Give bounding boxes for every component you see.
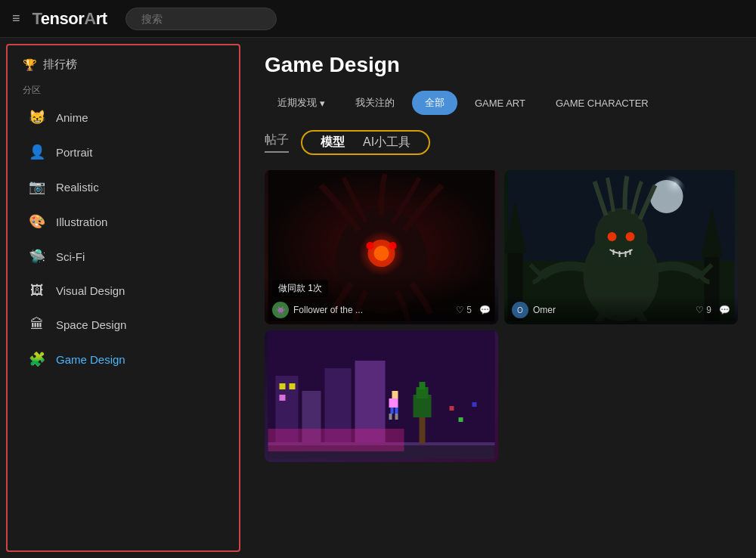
sidebar-label-space-design: Space Design — [56, 318, 126, 331]
sidebar-label-realistic: Realistic — [56, 181, 99, 194]
card-bottom-2: O Omer ♡ 9 💬 — [512, 302, 730, 318]
card-username-1: Follower of the ... — [293, 305, 363, 315]
avatar-2: O — [512, 302, 528, 318]
card-user-1: 👾 Follower of the ... — [272, 302, 363, 318]
filter-tabs: 近期发现 ▾ 我关注的 全部 GAME ART GAME CHARACTER — [265, 91, 738, 115]
svg-rect-40 — [420, 414, 426, 444]
sidebar-ranking-label: 排行榜 — [43, 57, 77, 72]
portrait-icon: 👤 — [29, 144, 45, 160]
svg-rect-31 — [280, 395, 286, 401]
like-count-2: ♡ 9 — [696, 305, 711, 315]
card-bottom-1: 👾 Follower of the ... ♡ 5 💬 — [272, 302, 491, 318]
card-badge-1: 做同款 1次 — [272, 280, 328, 297]
heart-icon-1: ♡ — [456, 305, 464, 315]
content-tabs-highlighted: 模型 AI小工具 — [301, 130, 430, 155]
svg-rect-30 — [290, 383, 296, 389]
svg-rect-36 — [389, 414, 392, 420]
card-username-2: Omer — [533, 305, 556, 315]
tab-posts[interactable]: 帖子 — [265, 132, 289, 153]
comment-icon-1: 💬 — [479, 305, 491, 315]
svg-rect-46 — [472, 402, 477, 407]
trophy-icon: 🏆 — [23, 58, 37, 72]
sidebar-label-portrait: Portrait — [56, 146, 92, 159]
svg-point-10 — [650, 180, 683, 213]
svg-rect-33 — [392, 391, 398, 398]
sidebar-label-visual-design: Visual Design — [56, 284, 125, 297]
svg-rect-34 — [391, 408, 394, 414]
sidebar-item-anime[interactable]: 😸 Anime — [14, 100, 233, 135]
svg-rect-43 — [420, 382, 426, 389]
main-layout: 🏆 排行榜 分区 😸 Anime 👤 Portrait 📷 Realistic … — [0, 38, 756, 558]
logo[interactable]: TensorArt — [33, 9, 107, 29]
avatar-1: 👾 — [272, 302, 289, 318]
comment-icon-2: 💬 — [719, 305, 730, 315]
svg-point-4 — [374, 246, 389, 261]
svg-point-17 — [608, 232, 617, 241]
sidebar-item-ranking[interactable]: 🏆 排行榜 — [8, 51, 239, 78]
sidebar-section-label: 分区 — [8, 78, 239, 100]
card-stats-1: ♡ 5 💬 — [456, 305, 491, 315]
svg-rect-45 — [459, 417, 463, 422]
sidebar-item-portrait[interactable]: 👤 Portrait — [14, 135, 233, 169]
search-input[interactable] — [125, 8, 277, 30]
content-area: Game Design 近期发现 ▾ 我关注的 全部 GAME ART GAME… — [246, 38, 756, 558]
menu-icon[interactable]: ≡ — [12, 11, 20, 26]
sidebar-label-illustration: Illustration — [56, 215, 107, 228]
svg-point-6 — [389, 242, 397, 250]
sidebar-label-scifi: Sci-Fi — [56, 250, 85, 263]
sidebar: 🏆 排行榜 分区 😸 Anime 👤 Portrait 📷 Realistic … — [6, 44, 240, 552]
scifi-icon: 🛸 — [29, 248, 45, 265]
svg-rect-47 — [268, 429, 404, 451]
filter-tab-following[interactable]: 我关注的 — [342, 91, 407, 115]
game-design-icon: 🧩 — [29, 351, 45, 367]
camera-icon: 📷 — [29, 178, 45, 195]
svg-rect-35 — [395, 408, 398, 414]
tab-models[interactable]: 模型 — [321, 135, 345, 150]
visual-design-icon: 🖼 — [29, 283, 45, 299]
chevron-down-icon: ▾ — [320, 98, 325, 109]
sidebar-item-realistic[interactable]: 📷 Realistic — [14, 169, 233, 204]
filter-tab-game-character[interactable]: GAME CHARACTER — [543, 92, 662, 114]
sidebar-label-anime: Anime — [56, 111, 88, 124]
card-stats-2: ♡ 9 💬 — [696, 305, 730, 315]
sidebar-item-space-design[interactable]: 🏛 Space Design — [14, 308, 233, 342]
space-design-icon: 🏛 — [29, 317, 45, 333]
sidebar-item-illustration[interactable]: 🎨 Illustration — [14, 204, 233, 239]
filter-tab-recent[interactable]: 近期发现 ▾ — [265, 91, 338, 115]
sidebar-label-game-design: Game Design — [56, 353, 125, 366]
card-overlay-2: O Omer ♡ 9 💬 — [504, 296, 738, 324]
svg-point-18 — [626, 232, 635, 241]
svg-rect-32 — [389, 398, 398, 408]
page-title: Game Design — [265, 53, 738, 77]
image-card-2[interactable]: O Omer ♡ 9 💬 — [504, 170, 738, 324]
image-card-1[interactable]: 做同款 1次 👾 Follower of the ... ♡ 5 � — [265, 170, 498, 324]
sidebar-item-visual-design[interactable]: 🖼 Visual Design — [14, 274, 233, 308]
svg-point-5 — [367, 242, 374, 250]
card-overlay-top-1 — [265, 170, 498, 182]
card-overlay-1: 做同款 1次 👾 Follower of the ... ♡ 5 � — [265, 274, 498, 324]
filter-tab-game-art[interactable]: GAME ART — [462, 92, 538, 114]
sidebar-item-game-design[interactable]: 🧩 Game Design — [14, 342, 233, 377]
svg-rect-37 — [395, 414, 398, 420]
svg-rect-44 — [450, 406, 454, 411]
card-user-2: O Omer — [512, 302, 556, 318]
illustration-icon: 🎨 — [29, 213, 45, 230]
heart-icon-2: ♡ — [696, 305, 704, 315]
svg-rect-29 — [280, 383, 286, 389]
image-grid: 做同款 1次 👾 Follower of the ... ♡ 5 � — [265, 170, 738, 462]
like-count-1: ♡ 5 — [456, 305, 472, 315]
anime-icon: 😸 — [29, 109, 45, 126]
sidebar-item-scifi[interactable]: 🛸 Sci-Fi — [14, 239, 233, 274]
image-card-3[interactable] — [265, 330, 498, 462]
top-navigation: ≡ TensorArt — [0, 0, 756, 38]
tab-ai-tools[interactable]: AI小工具 — [363, 135, 411, 150]
filter-tab-all[interactable]: 全部 — [412, 91, 457, 115]
